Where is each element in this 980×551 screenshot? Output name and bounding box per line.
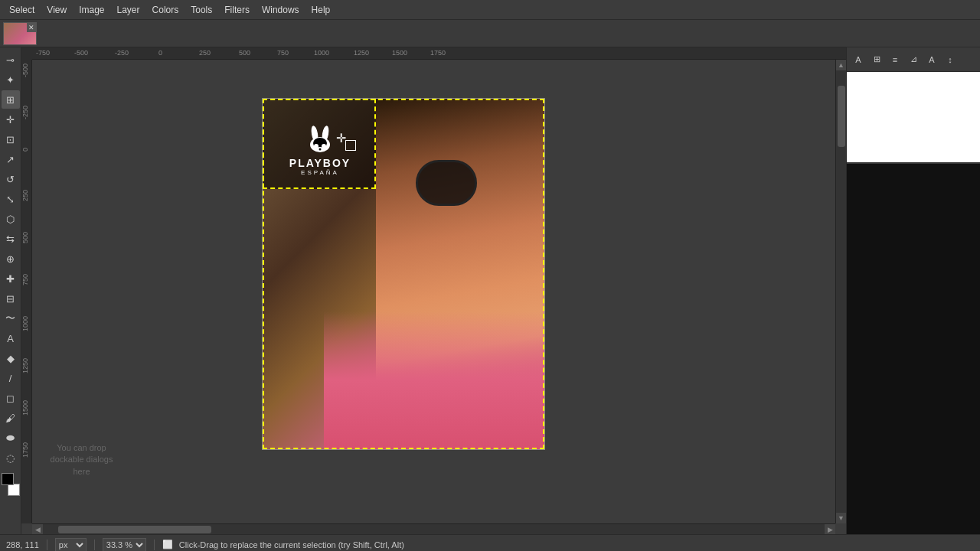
perspective-tool[interactable]: ⬡ <box>2 210 20 228</box>
canvas-container: -750 -500 -250 0 250 500 750 1000 1250 1… <box>21 47 846 534</box>
transform-tool[interactable]: ↗ <box>2 150 20 168</box>
ruler-v-label: 500 <box>21 232 29 243</box>
drop-text-label: You can drop dockable dialogs here <box>51 443 113 476</box>
eraser-tool[interactable]: ◻ <box>2 389 20 407</box>
menu-tools[interactable]: Tools <box>185 2 218 18</box>
menu-colors[interactable]: Colors <box>146 2 185 18</box>
paintbrush-tool[interactable]: 🖌 <box>2 409 20 427</box>
ruler-v-label: 0 <box>21 148 29 152</box>
ruler-v-label: 250 <box>21 190 29 201</box>
ruler-v-label: 1750 <box>21 442 29 458</box>
horizontal-scrollbar[interactable]: ◀ ▶ <box>32 523 835 534</box>
coordinates-display: 288, 111 <box>6 540 39 549</box>
ruler-corner-right <box>835 47 846 60</box>
zoom-select[interactable]: 33.3 % 50 % 100 % <box>103 538 146 552</box>
foreground-color-swatch[interactable] <box>2 473 14 485</box>
select-by-color-tool[interactable]: ⊞ <box>2 90 20 109</box>
smudge-tool[interactable]: 〜 <box>2 309 20 328</box>
ruler-label: 500 <box>239 49 250 57</box>
canvas-image: PLAYBOY ESPAÑA ✛ <box>263 99 544 449</box>
ruler-label: 1500 <box>392 49 407 57</box>
hint-icon: ⬜ <box>162 540 173 549</box>
status-separator <box>94 540 95 550</box>
toolbox: ⊸ ✦ ⊞ ✛ ⊡ ↗ ↺ ⤡ ⬡ ⇆ ⊕ ✚ ⊟ 〜 A ◆ / ◻ 🖌 ⬬ … <box>0 47 21 534</box>
scroll-right-button[interactable]: ▶ <box>825 524 835 535</box>
vertical-ruler: -500 -250 0 250 500 750 1000 1250 1500 1… <box>21 60 32 523</box>
rtool-btn-5[interactable]: A <box>923 51 940 68</box>
close-document-button[interactable]: ✕ <box>27 23 36 32</box>
move-tool[interactable]: ✛ <box>2 110 20 129</box>
clothing-gradient <box>324 311 544 449</box>
headphone-shape <box>416 160 477 206</box>
rtool-btn-6[interactable]: ↕ <box>942 51 959 68</box>
status-separator <box>154 540 155 550</box>
main-layout: ⊸ ✦ ⊞ ✛ ⊡ ↗ ↺ ⤡ ⬡ ⇆ ⊕ ✚ ⊟ 〜 A ◆ / ◻ 🖌 ⬬ … <box>0 47 980 534</box>
rtool-btn-3[interactable]: ≡ <box>887 51 903 68</box>
menu-filters[interactable]: Filters <box>218 2 256 18</box>
flip-tool[interactable]: ⇆ <box>2 230 20 248</box>
ruler-label: -250 <box>115 49 129 57</box>
horizontal-ruler: -750 -500 -250 0 250 500 750 1000 1250 1… <box>32 47 835 60</box>
thumbnail-item[interactable]: ✕ <box>3 22 37 45</box>
white-color-panel[interactable] <box>847 72 980 164</box>
vertical-scroll-thumb[interactable] <box>838 86 845 147</box>
ruler-label: 250 <box>199 49 211 57</box>
ruler-v-label: 1250 <box>21 358 29 373</box>
ruler-label: -500 <box>74 49 88 57</box>
document-strip: ✕ <box>0 20 980 47</box>
statusbar: 288, 111 px mm in 33.3 % 50 % 100 % ⬜ Cl… <box>0 534 980 551</box>
crop-tool[interactable]: ⊡ <box>2 130 20 148</box>
rtool-btn-4[interactable]: ⊿ <box>905 51 922 68</box>
ruler-v-label: -250 <box>21 106 29 119</box>
blur-tool[interactable]: ⬬ <box>2 429 20 447</box>
paint-bucket-tool[interactable]: ◆ <box>2 349 20 367</box>
scroll-up-button[interactable]: ▲ <box>836 60 847 70</box>
svg-point-7 <box>319 148 322 150</box>
pencil-tool[interactable]: / <box>2 369 20 387</box>
ruler-v-label: 1000 <box>21 316 29 331</box>
rtool-btn-1[interactable]: A <box>850 51 867 68</box>
clone-tool[interactable]: ⊕ <box>2 249 20 268</box>
text-tool[interactable]: A <box>2 329 20 347</box>
ruler-corner <box>21 47 32 60</box>
rtool-btn-2[interactable]: ⊞ <box>868 51 885 68</box>
menu-select[interactable]: Select <box>3 2 41 18</box>
menu-view[interactable]: View <box>41 2 73 18</box>
ruler-label: -750 <box>36 49 50 57</box>
playboy-logo-area: PLAYBOY ESPAÑA <box>270 106 370 191</box>
menu-image[interactable]: Image <box>73 2 110 18</box>
bunny-icon <box>303 122 337 155</box>
free-select-tool[interactable]: ⊸ <box>2 51 20 69</box>
vertical-scrollbar[interactable]: ▲ ▼ <box>835 60 846 523</box>
ruler-label: 1750 <box>430 49 446 57</box>
status-separator <box>47 540 47 550</box>
ruler-label: 1250 <box>354 49 369 57</box>
right-panel: A ⊞ ≡ ⊿ A ↕ <box>846 47 980 534</box>
scroll-left-button[interactable]: ◀ <box>32 524 43 535</box>
fuzzy-select-tool[interactable]: ✦ <box>2 70 20 89</box>
heal-tool[interactable]: ✚ <box>2 269 20 288</box>
menu-help[interactable]: Help <box>305 2 337 18</box>
image-canvas: PLAYBOY ESPAÑA ✛ <box>262 98 545 450</box>
black-color-panel[interactable] <box>847 164 980 534</box>
menu-layer[interactable]: Layer <box>111 2 146 18</box>
ruler-v-label: 750 <box>21 274 29 285</box>
playboy-subtitle-text: ESPAÑA <box>301 169 339 176</box>
ruler-label: 0 <box>158 49 162 57</box>
right-toolbar: A ⊞ ≡ ⊿ A ↕ <box>847 47 980 72</box>
scroll-down-button[interactable]: ▼ <box>836 513 847 523</box>
unit-select[interactable]: px mm in <box>55 538 87 552</box>
rotate-tool[interactable]: ↺ <box>2 170 20 188</box>
background-color-swatch[interactable] <box>8 484 20 496</box>
airbrush-tool[interactable]: ◌ <box>2 448 20 467</box>
ruler-v-label: 1500 <box>21 400 29 416</box>
canvas-viewport[interactable]: PLAYBOY ESPAÑA ✛ <box>32 60 835 523</box>
status-hint-text: Click-Drag to replace the current select… <box>179 540 404 549</box>
drop-dockable-text: You can drop dockable dialogs here <box>49 442 114 478</box>
horizontal-scroll-thumb[interactable] <box>58 526 211 533</box>
menu-windows[interactable]: Windows <box>256 2 305 18</box>
canvas-scroll-area: -500 -250 0 250 500 750 1000 1250 1500 1… <box>21 60 846 523</box>
perspective2-tool[interactable]: ⊟ <box>2 289 20 308</box>
color-panels <box>847 72 980 534</box>
scale-tool[interactable]: ⤡ <box>2 190 20 208</box>
